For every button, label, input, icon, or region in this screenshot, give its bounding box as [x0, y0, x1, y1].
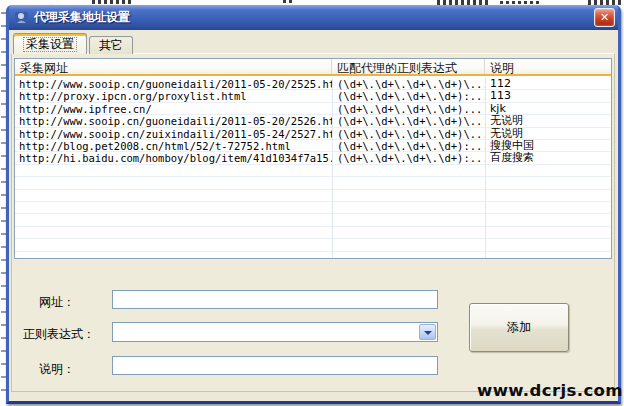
table-row[interactable]: http://www.sooip.cn/guoneidaili/2011-05-…: [15, 115, 611, 127]
cell-regex: (\d+\.\d+\.\d+\.\d+):...: [332, 90, 485, 102]
table-row[interactable]: http://hi.baidu.com/homboy/blog/item/41d…: [15, 152, 611, 164]
cell-description: kjk: [485, 103, 611, 115]
dialog-proxy-collection-settings: 代理采集地址设置 ✕ 采集设置 其它 采集网址 匹配代理的正则表达式 说明: [6, 5, 621, 404]
column-header-url[interactable]: 采集网址: [15, 59, 332, 74]
table-row[interactable]: http://www.ipfree.cn/ (\d+\.\d+\.\d+\.\d…: [15, 103, 611, 115]
tab-strip: 采集设置 其它: [13, 33, 135, 54]
watermark: www.dcrjs.com: [477, 381, 623, 400]
list-body: http://www.sooip.cn/guoneidaili/2011-05-…: [15, 78, 611, 258]
cell-description: 百度搜索: [485, 152, 611, 164]
cell-regex: (\d+\.\d+\.\d+\.\d+):...: [332, 152, 485, 164]
regex-label: 正则表达式：: [23, 326, 95, 343]
description-input[interactable]: [112, 356, 438, 375]
cell-url: http://hi.baidu.com/homboy/blog/item/41d…: [15, 152, 332, 164]
column-header-description[interactable]: 说明: [485, 59, 611, 74]
description-label: 说明：: [39, 361, 75, 378]
cell-description: 无说明: [485, 115, 611, 127]
cell-url: http://www.ipfree.cn/: [15, 103, 332, 115]
cell-description: 113: [485, 90, 611, 102]
cell-description: 搜搜中国: [485, 140, 611, 152]
background-window-fragment: [500, 1, 540, 4]
app-icon: [14, 10, 29, 25]
tab-label: 其它: [99, 38, 123, 52]
column-header-regex[interactable]: 匹配代理的正则表达式: [332, 59, 485, 74]
cell-regex: (\d+\.\d+\.\d+\.\d+)\...: [332, 78, 485, 90]
tab-collection-settings[interactable]: 采集设置: [13, 33, 87, 54]
chevron-down-icon[interactable]: [419, 324, 436, 340]
table-row[interactable]: http://www.sooip.cn/zuixindaili/2011-05-…: [15, 128, 611, 140]
close-icon[interactable]: ✕: [594, 8, 615, 27]
window-title: 代理采集地址设置: [34, 9, 594, 26]
cell-regex: (\d+\.\d+\.\d+\.\d+)...: [332, 103, 485, 115]
cell-url: http://www.sooip.cn/zuixindaili/2011-05-…: [15, 128, 332, 140]
cell-regex: (\d+\.\d+\.\d+\.\d+):...: [332, 140, 485, 152]
list-header: 采集网址 匹配代理的正则表达式 说明: [15, 59, 611, 76]
cell-description: 112: [485, 78, 611, 90]
proxy-url-list[interactable]: 采集网址 匹配代理的正则表达式 说明 http://www.sooip.cn/g…: [14, 58, 612, 259]
table-row[interactable]: http://blog.pet2008.cn/html/52/t-72752.h…: [15, 140, 611, 152]
url-label: 网址：: [39, 294, 75, 311]
table-row[interactable]: http://www.sooip.cn/guoneidaili/2011-05-…: [15, 78, 611, 90]
cell-regex: (\d+\.\d+\.\d+\.\d+)\...: [332, 115, 485, 127]
tab-label: 采集设置: [23, 37, 77, 52]
tab-page-collection-settings: 采集网址 匹配代理的正则表达式 说明 http://www.sooip.cn/g…: [11, 53, 615, 392]
cell-url: http://www.sooip.cn/guoneidaili/2011-05-…: [15, 78, 332, 90]
cell-regex: (\d+\.\d+\.\d+\.\d+)\...: [332, 128, 485, 140]
table-row[interactable]: http://proxy.ipcn.org/proxylist.html (\d…: [15, 90, 611, 102]
dialog-client-area: 采集设置 其它 采集网址 匹配代理的正则表达式 说明 http://www.so…: [9, 30, 618, 401]
cell-url: http://proxy.ipcn.org/proxylist.html: [15, 90, 332, 102]
background-window-fragment: [283, 0, 295, 3]
tab-other[interactable]: 其它: [89, 36, 133, 54]
cell-url: http://blog.pet2008.cn/html/52/t-72752.h…: [15, 140, 332, 152]
cell-description: 无说明: [485, 128, 611, 140]
add-button[interactable]: 添加: [469, 303, 569, 352]
title-bar[interactable]: 代理采集地址设置 ✕: [9, 5, 618, 30]
url-input[interactable]: [112, 290, 438, 309]
regex-combobox[interactable]: [112, 322, 438, 342]
background-window-fragment: [92, 0, 132, 4]
cell-url: http://www.sooip.cn/guoneidaili/2011-05-…: [15, 115, 332, 127]
